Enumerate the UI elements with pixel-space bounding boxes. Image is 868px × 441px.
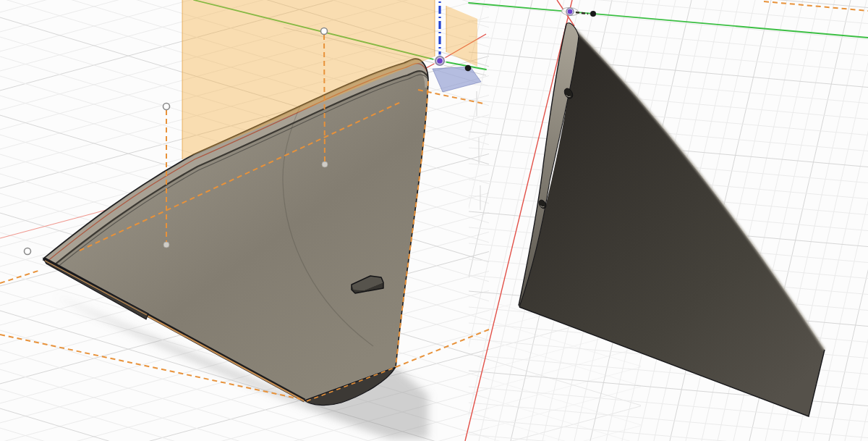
xy-plane[interactable]	[433, 67, 481, 92]
wing-body-right[interactable]	[519, 23, 825, 416]
axis-point	[465, 65, 472, 72]
axis-point	[590, 11, 596, 17]
sketch-handle[interactable]	[163, 104, 170, 110]
sketch-point	[322, 161, 328, 167]
viewport-left[interactable]	[0, 0, 489, 439]
sketch-handle[interactable]	[321, 28, 328, 35]
origin-plane-small[interactable]	[446, 6, 477, 67]
sketch-point	[163, 242, 169, 248]
sketch-handle[interactable]	[25, 248, 31, 255]
trailing-extension	[396, 329, 489, 367]
cad-canvas[interactable]	[0, 0, 868, 441]
origin-right[interactable]	[561, 7, 588, 17]
